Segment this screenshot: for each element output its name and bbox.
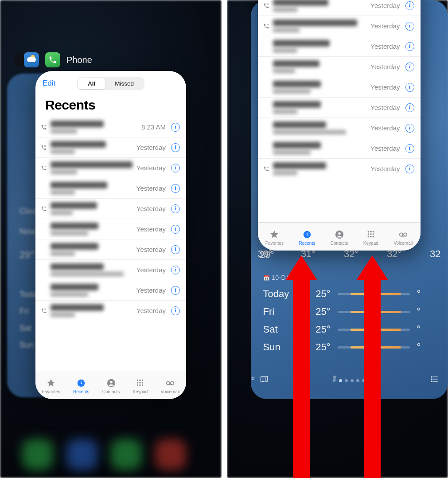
weather-day-2: Sat	[19, 324, 31, 333]
info-button[interactable]: i	[171, 164, 180, 172]
call-contact	[51, 263, 134, 276]
annotation-arrows	[227, 0, 448, 478]
call-time: Yesterday	[136, 286, 166, 294]
voicemail-icon	[165, 378, 175, 388]
call-row[interactable]: Yesterdayi	[35, 239, 186, 259]
svg-point-2	[110, 380, 113, 383]
call-contact	[51, 141, 134, 154]
svg-point-7	[140, 382, 141, 384]
swipe-up-arrow	[359, 255, 386, 478]
info-button[interactable]: i	[171, 204, 180, 213]
call-time: Yesterday	[136, 225, 166, 233]
call-row[interactable]: Yesterdayi	[35, 280, 186, 300]
weather-day-0: Toda	[19, 290, 37, 299]
svg-point-3	[137, 379, 139, 381]
weather-now-label: Now	[19, 227, 35, 236]
svg-point-8	[142, 382, 144, 384]
call-row[interactable]: Yesterdayi	[35, 219, 186, 239]
svg-point-9	[137, 384, 139, 386]
call-row[interactable]: Yesterdayi	[35, 259, 186, 280]
call-time: Yesterday	[136, 184, 166, 192]
dock-blur	[66, 439, 97, 470]
call-contact	[51, 284, 134, 297]
tab-keypad[interactable]: Keypad	[132, 378, 148, 394]
seg-missed[interactable]: Missed	[105, 78, 144, 89]
weather-day-3: Sun	[19, 341, 34, 350]
svg-point-5	[142, 379, 144, 381]
call-row[interactable]: 8:23 AMi	[35, 117, 186, 137]
recents-list: 8:23 AMiYesterdayiYesterdayiYesterdayiYe…	[35, 117, 186, 321]
tab-contacts[interactable]: Contacts	[102, 378, 120, 394]
recents-topbar: Edit All Missed	[35, 71, 186, 96]
outgoing-call-icon	[40, 124, 48, 130]
call-row[interactable]: Yesterdayi	[35, 178, 186, 198]
call-time: 8:23 AM	[141, 123, 166, 131]
call-row[interactable]: Yesterdayi	[35, 198, 186, 219]
swipe-up-arrow	[288, 255, 315, 478]
tab-bar: Favorites Recents Contacts Keypad Voicem…	[35, 371, 186, 399]
info-button[interactable]: i	[171, 306, 180, 315]
outgoing-call-icon	[40, 308, 48, 314]
clock-icon	[76, 378, 86, 388]
tab-recents[interactable]: Recents	[73, 378, 90, 394]
call-contact	[51, 243, 134, 256]
keypad-icon	[135, 378, 145, 388]
call-time: Yesterday	[136, 266, 166, 274]
info-button[interactable]: i	[171, 143, 180, 152]
svg-point-12	[167, 381, 170, 384]
edit-button[interactable]: Edit	[43, 79, 55, 88]
outgoing-call-icon	[40, 145, 48, 151]
outgoing-call-icon	[40, 206, 48, 212]
weather-day-1: Fri	[19, 307, 29, 316]
person-icon	[106, 378, 116, 388]
call-contact	[51, 182, 134, 195]
phone-app-card[interactable]: Edit All Missed Recents 8:23 AMiYesterda…	[35, 71, 186, 399]
seg-all[interactable]: All	[78, 78, 105, 89]
star-icon	[46, 378, 56, 388]
info-button[interactable]: i	[171, 245, 180, 254]
svg-point-10	[140, 384, 141, 386]
dock-blur	[111, 439, 142, 470]
right-pane: Edit W Ne Va Lo 29° 30° 31° 32° 32° 32 1…	[227, 0, 448, 478]
call-contact	[51, 161, 134, 174]
outgoing-call-icon	[40, 165, 48, 171]
segmented-control[interactable]: All Missed	[77, 77, 144, 90]
tab-voicemail[interactable]: Voicemail	[161, 378, 180, 394]
phone-app-icon[interactable]	[45, 52, 60, 67]
tab-favorites[interactable]: Favorites	[42, 378, 60, 394]
call-time: Yesterday	[136, 205, 166, 212]
app-name: Phone	[66, 55, 92, 65]
svg-point-13	[171, 381, 174, 384]
call-row[interactable]: Yesterdayi	[35, 137, 186, 157]
call-time: Yesterday	[136, 164, 166, 172]
page-title: Recents	[35, 96, 186, 117]
info-button[interactable]: i	[171, 225, 180, 234]
info-button[interactable]: i	[171, 286, 180, 295]
call-contact	[51, 202, 134, 215]
call-row[interactable]: Yesterdayi	[35, 300, 186, 321]
call-row[interactable]: Yesterdayi	[35, 157, 186, 178]
dock-blur	[22, 439, 53, 470]
svg-point-6	[137, 382, 139, 384]
call-contact	[51, 304, 134, 317]
call-time: Yesterday	[136, 246, 166, 253]
weather-temp: 29°	[19, 249, 34, 261]
call-contact	[51, 223, 134, 235]
info-button[interactable]: i	[171, 123, 180, 132]
call-time: Yesterday	[136, 307, 166, 314]
call-contact	[51, 121, 139, 133]
svg-point-4	[140, 379, 141, 381]
info-button[interactable]: i	[171, 184, 180, 193]
call-time: Yesterday	[136, 144, 166, 151]
app-switcher-header: Phone	[24, 52, 92, 67]
svg-point-11	[142, 384, 144, 386]
info-button[interactable]: i	[171, 266, 180, 274]
weather-app-icon[interactable]	[24, 52, 39, 67]
left-pane: Cloud Now 29° Toda Fri Sat Sun Phone Edi…	[0, 0, 222, 478]
dock-blur	[155, 439, 186, 470]
